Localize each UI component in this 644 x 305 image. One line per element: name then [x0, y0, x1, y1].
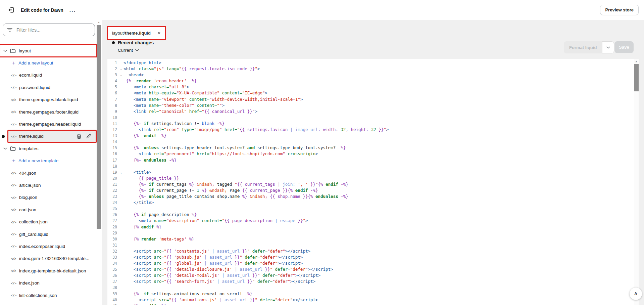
line-number: 24	[107, 200, 119, 206]
code-line[interactable]: 17 {%- endunless -%}	[107, 157, 639, 163]
code-line[interactable]: 32 <script src="{{ 'constants.js' | asse…	[107, 248, 639, 254]
sidebar-file-index-ecomposer-liquid[interactable]: </>index.ecomposer.liquid	[0, 240, 96, 252]
code-line[interactable]: 39 {%- if settings.animations_reveal_on_…	[107, 291, 639, 297]
format-liquid-dropdown-button[interactable]	[602, 41, 614, 53]
sidebar-file-article-json[interactable]: </>article.json	[0, 179, 96, 191]
code-line[interactable]: 26 {% if page_description %}	[107, 212, 639, 218]
code-line[interactable]: 22 {%- if current_page != 1 %} &ndash; P…	[107, 187, 639, 193]
code-line[interactable]: 35 <script src="{{ 'details-disclosure.j…	[107, 266, 639, 272]
code-line[interactable]: 2⌄<html class="js" lang="{{ request.loca…	[107, 66, 639, 72]
sidebar-file-404-json[interactable]: </>404.json	[0, 167, 96, 179]
file-label: 404.json	[19, 171, 36, 176]
sidebar-file-index-gp-template-bk-default-json[interactable]: </>index.gp-template-bk-default.json	[0, 265, 96, 277]
line-number: 17	[107, 157, 119, 163]
rename-file-button[interactable]	[86, 134, 91, 139]
code-line[interactable]: 36 <script src="{{ 'details-modal.js' | …	[107, 272, 639, 278]
preview-store-button[interactable]: Preview store	[600, 5, 639, 15]
code-line[interactable]: 3⌄ <head>	[107, 72, 639, 78]
accessibility-widget-button[interactable]: A	[630, 288, 642, 300]
code-line[interactable]: 12 <link rel="icon" type="image/png" hre…	[107, 127, 639, 133]
filter-files-box[interactable]	[3, 24, 95, 36]
filter-files-input[interactable]	[16, 27, 83, 33]
scroll-up-icon[interactable]: ▲	[634, 59, 639, 64]
file-label: index.ecomposer.liquid	[19, 244, 65, 249]
code-line[interactable]: 11 {%- if settings.favicon != blank -%}	[107, 121, 639, 127]
save-button[interactable]: Save	[614, 41, 634, 53]
sidebar-scrollbar[interactable]: ▲	[97, 21, 101, 303]
sidebar-add-item[interactable]: +Add a new layout	[0, 57, 96, 69]
more-actions-button[interactable]: ...	[69, 7, 77, 13]
tab-layout-theme-liquid[interactable]: layout/theme.liquid ✕	[107, 27, 165, 39]
code-line[interactable]: 5 <meta charset="utf-8">	[107, 84, 639, 90]
editor-scrollbar-thumb[interactable]	[634, 64, 639, 91]
sidebar-file-blog-json[interactable]: </>blog.json	[0, 191, 96, 204]
sidebar-file-list-collections-json[interactable]: </>list-collections.json	[0, 289, 96, 301]
code-line[interactable]: 23 {%- unless page_title contains shop.n…	[107, 193, 639, 200]
code-line[interactable]: 41 {%- endif -%}	[107, 303, 639, 305]
code-line[interactable]: 28 {% endif %}	[107, 224, 639, 230]
sidebar-file-theme-gempages-blank-liquid[interactable]: </>theme.gempages.blank.liquid	[0, 94, 96, 106]
code-line[interactable]: 14	[107, 139, 639, 145]
code-line[interactable]: 6 <meta http-equiv="X-UA-Compatible" con…	[107, 90, 639, 96]
code-line[interactable]: 10	[107, 115, 639, 121]
code-editor[interactable]: 1<!doctype html>2⌄<html class="js" lang=…	[107, 59, 639, 305]
code-line[interactable]: 31	[107, 242, 639, 248]
code-line-text: <head>	[123, 72, 639, 78]
fold-gutter	[119, 60, 123, 66]
sidebar-folder-templates[interactable]: templates	[0, 142, 96, 155]
fold-toggle-icon[interactable]: ⌄	[119, 169, 123, 175]
code-line[interactable]: 18	[107, 163, 639, 169]
chevron-down-icon	[135, 49, 139, 51]
code-content[interactable]: 1<!doctype html>2⌄<html class="js" lang=…	[107, 59, 639, 305]
line-number: 22	[107, 187, 119, 193]
editor-scrollbar[interactable]: ▲	[634, 59, 639, 305]
sidebar-file-gift-card-liquid[interactable]: </>gift_card.liquid	[0, 228, 96, 240]
code-line[interactable]: 4 {%- render 'ecom_header' -%}	[107, 78, 639, 84]
format-liquid-button[interactable]: Format liquid	[564, 41, 602, 53]
code-line[interactable]: 7 <meta name="viewport" content="width=d…	[107, 96, 639, 102]
sidebar-file-theme-gempages-footer-liquid[interactable]: </>theme.gempages.footer.liquid	[0, 106, 96, 118]
code-line[interactable]: 27 <meta name="description" content="{{ …	[107, 218, 639, 224]
exit-code-editor-button[interactable]	[5, 4, 17, 16]
sidebar-file-password-liquid[interactable]: </>password.liquid	[0, 81, 96, 93]
fold-toggle-icon[interactable]: ⌄	[119, 72, 123, 78]
code-line[interactable]: 25	[107, 206, 639, 212]
code-line[interactable]: 29	[107, 230, 639, 236]
line-number: 36	[107, 272, 119, 278]
code-line[interactable]: 9 <link rel="canonical" href="{{ canonic…	[107, 108, 639, 115]
code-line[interactable]: 1<!doctype html>	[107, 60, 639, 66]
code-line[interactable]: 30 {% render 'meta-tags' %}	[107, 236, 639, 242]
code-line[interactable]: 19⌄ <title>	[107, 169, 639, 175]
sidebar-file-cart-json[interactable]: </>cart.json	[0, 204, 96, 216]
code-line-text	[123, 115, 639, 121]
sidebar-file-theme-liquid[interactable]: </>theme.liquid	[8, 130, 96, 142]
code-line[interactable]: 20 {{ page_title }}	[107, 175, 639, 181]
sidebar-file-theme-gempages-header-liquid[interactable]: </>theme.gempages.header.liquid	[0, 118, 96, 130]
close-tab-icon[interactable]: ✕	[157, 31, 161, 36]
code-line[interactable]: 8 <meta name="theme-color" content="">	[107, 102, 639, 108]
recent-changes[interactable]: Recent changes	[112, 40, 154, 45]
version-dropdown[interactable]: Current	[118, 48, 139, 53]
code-line[interactable]: 33 <script src="{{ 'pubsub.js' | asset_u…	[107, 254, 639, 260]
sidebar-file-index-gem-1732160840-template-[interactable]: </>index.gem-1732160840-template...	[0, 253, 96, 265]
sidebar-file-ecom-liquid[interactable]: </>ecom.liquid	[0, 69, 96, 81]
code-line[interactable]: 13 {%- endif -%}	[107, 133, 639, 139]
sidebar-scrollbar-thumb[interactable]	[97, 25, 101, 229]
code-line[interactable]: 16 <link rel="preconnect" href="https://…	[107, 151, 639, 157]
code-line[interactable]: 21 {%- if current_tags %} &ndash; tagged…	[107, 181, 639, 187]
sidebar-file-collection-json[interactable]: </>collection.json	[0, 216, 96, 228]
sidebar-file-page-contact-json[interactable]: </>page.contact.json	[0, 301, 96, 305]
delete-file-button[interactable]	[77, 134, 82, 139]
code-line[interactable]: 34 <script src="{{ 'global.js' | asset_u…	[107, 260, 639, 266]
code-line[interactable]: 37 <script src="{{ 'search-form.js' | as…	[107, 278, 639, 285]
code-line[interactable]: 15 {%- unless settings.type_header_font.…	[107, 145, 639, 151]
fold-toggle-icon[interactable]: ⌄	[119, 66, 123, 72]
sidebar-add-item[interactable]: +Add a new template	[0, 155, 96, 167]
scroll-up-icon[interactable]: ▲	[97, 21, 101, 24]
sidebar-file-index-json[interactable]: </>index.json	[0, 277, 96, 289]
code-line[interactable]: 40 <script src="{{ 'animations.js' | ass…	[107, 297, 639, 303]
code-line[interactable]: 38	[107, 285, 639, 291]
sidebar-folder-layout[interactable]: layout	[0, 45, 96, 57]
line-number: 14	[107, 139, 119, 145]
code-line[interactable]: 24 </title>	[107, 200, 639, 206]
